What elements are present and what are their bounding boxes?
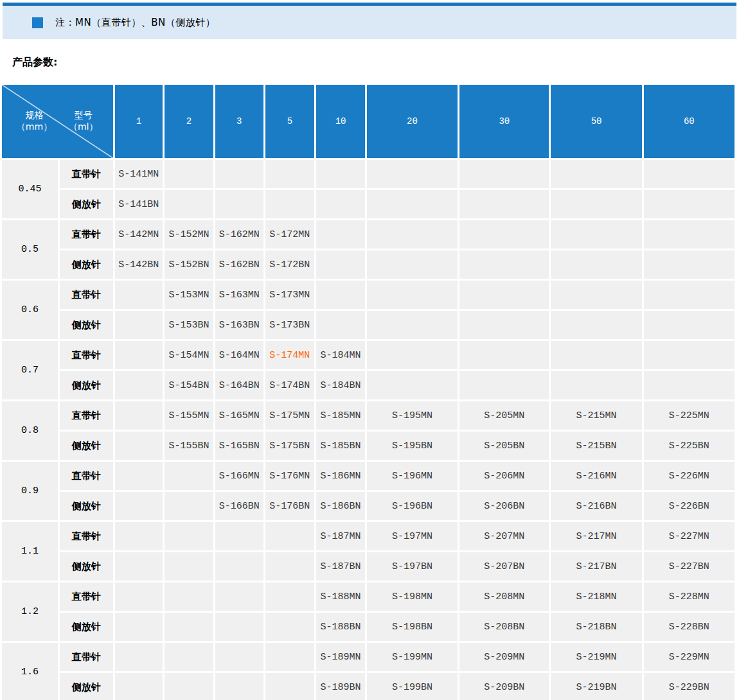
model-code-cell[interactable]: S-152MN (165, 220, 213, 249)
model-code-cell[interactable]: S-154BN (165, 371, 213, 399)
model-code-cell[interactable]: S-215BN (551, 432, 641, 460)
model-code-cell[interactable]: S-153BN (165, 311, 213, 339)
model-code-cell[interactable]: S-199MN (367, 643, 458, 671)
model-code-cell[interactable]: S-225BN (644, 432, 735, 460)
capacity-header-cell: 20 (367, 85, 458, 158)
model-code-cell[interactable]: S-216MN (551, 462, 641, 490)
model-code-cell[interactable]: S-188MN (316, 582, 365, 611)
empty-model-cell (115, 432, 163, 460)
table-row: 侧放针S-142BNS-152BNS-162BNS-172BN (2, 250, 735, 279)
model-code-cell[interactable]: S-199BN (367, 673, 458, 700)
model-code-cell[interactable]: S-196MN (367, 462, 458, 490)
model-code-cell[interactable]: S-189BN (316, 673, 365, 700)
model-code-cell[interactable]: S-218BN (551, 613, 641, 641)
model-code-cell[interactable]: S-198MN (367, 582, 458, 611)
model-code-cell[interactable]: S-162MN (215, 220, 263, 249)
model-code-cell[interactable]: S-228BN (644, 613, 735, 641)
model-code-cell[interactable]: S-185BN (316, 432, 365, 460)
model-code-cell[interactable]: S-141MN (115, 160, 163, 188)
model-code-cell[interactable]: S-172BN (265, 250, 315, 279)
model-code-cell[interactable]: S-226BN (644, 492, 735, 520)
model-code-cell[interactable]: S-184BN (316, 371, 365, 399)
model-code-cell[interactable]: S-195MN (367, 401, 458, 430)
needle-type-cell: 直带针 (60, 220, 113, 249)
model-code-cell[interactable]: S-227BN (644, 552, 735, 581)
model-code-cell[interactable]: S-187MN (316, 522, 365, 550)
model-code-cell[interactable]: S-165BN (215, 432, 263, 460)
model-code-cell[interactable]: S-216BN (551, 492, 641, 520)
model-code-cell[interactable]: S-209BN (459, 673, 549, 700)
model-code-cell[interactable]: S-226MN (644, 462, 735, 490)
model-code-cell[interactable]: S-219MN (551, 643, 641, 671)
model-code-cell[interactable]: S-166MN (215, 462, 263, 490)
model-code-cell[interactable]: S-229BN (644, 673, 735, 700)
empty-model-cell (115, 371, 163, 399)
model-code-cell[interactable]: S-227MN (644, 522, 735, 550)
needle-type-cell: 侧放针 (60, 552, 113, 581)
empty-model-cell (115, 401, 163, 430)
model-code-cell[interactable]: S-186BN (316, 492, 365, 520)
model-code-cell[interactable]: S-217MN (551, 522, 641, 550)
model-code-cell[interactable]: S-142BN (115, 250, 163, 279)
model-code-cell[interactable]: S-162BN (215, 250, 263, 279)
table-header-row: 规格（mm） 型号（ml） 1 2 3 5 10 20 30 50 60 (2, 85, 735, 158)
model-code-cell[interactable]: S-155BN (165, 432, 213, 460)
model-code-cell[interactable]: S-189MN (316, 643, 365, 671)
model-code-cell[interactable]: S-225MN (644, 401, 735, 430)
model-code-cell[interactable]: S-173MN (265, 281, 315, 309)
model-code-cell[interactable]: S-206BN (459, 492, 549, 520)
model-code-cell[interactable]: S-208BN (459, 613, 549, 641)
model-code-cell[interactable]: S-155MN (165, 401, 213, 430)
model-code-cell[interactable]: S-195BN (367, 432, 458, 460)
empty-model-cell (644, 160, 735, 188)
model-code-cell[interactable]: S-163BN (215, 311, 263, 339)
model-code-cell[interactable]: S-175MN (265, 401, 315, 430)
model-code-cell[interactable]: S-196BN (367, 492, 458, 520)
model-code-cell[interactable]: S-215MN (551, 401, 641, 430)
spec-cell: 1.6 (2, 643, 58, 700)
model-code-cell[interactable]: S-217BN (551, 552, 641, 581)
model-code-cell[interactable]: S-184MN (316, 341, 365, 369)
model-code-cell[interactable]: S-208MN (459, 582, 549, 611)
model-code-cell[interactable]: S-197BN (367, 552, 458, 581)
model-code-cell[interactable]: S-197MN (367, 522, 458, 550)
model-code-cell[interactable]: S-165MN (215, 401, 263, 430)
model-code-cell[interactable]: S-229MN (644, 643, 735, 671)
needle-type-cell: 侧放针 (60, 190, 113, 218)
model-code-cell[interactable]: S-154MN (165, 341, 213, 369)
model-code-cell[interactable]: S-164MN (215, 341, 263, 369)
model-code-cell[interactable]: S-207BN (459, 552, 549, 581)
model-code-cell[interactable]: S-186MN (316, 462, 365, 490)
model-code-cell[interactable]: S-172MN (265, 220, 315, 249)
empty-model-cell (551, 220, 641, 249)
model-code-cell[interactable]: S-205MN (459, 401, 549, 430)
model-code-cell[interactable]: S-166BN (215, 492, 263, 520)
empty-model-cell (644, 220, 735, 249)
model-code-cell[interactable]: S-152BN (165, 250, 213, 279)
model-code-cell[interactable]: S-142MN (115, 220, 163, 249)
model-code-cell[interactable]: S-174BN (265, 371, 315, 399)
model-code-cell[interactable]: S-207MN (459, 522, 549, 550)
model-code-cell[interactable]: S-205BN (459, 432, 549, 460)
model-code-cell[interactable]: S-185MN (316, 401, 365, 430)
model-code-cell[interactable]: S-198BN (367, 613, 458, 641)
model-code-cell[interactable]: S-176BN (265, 492, 315, 520)
model-code-cell[interactable]: S-228MN (644, 582, 735, 611)
model-code-cell[interactable]: S-141BN (115, 190, 163, 218)
model-code-cell[interactable]: S-219BN (551, 673, 641, 700)
needle-type-cell: 直带针 (60, 341, 113, 369)
model-code-cell[interactable]: S-188BN (316, 613, 365, 641)
model-code-cell[interactable]: S-187BN (316, 552, 365, 581)
model-code-cell[interactable]: S-218MN (551, 582, 641, 611)
model-unit-label: 型号（ml） (60, 110, 107, 133)
model-code-cell[interactable]: S-174MN (265, 341, 315, 369)
empty-model-cell (459, 341, 549, 369)
model-code-cell[interactable]: S-173BN (265, 311, 315, 339)
model-code-cell[interactable]: S-153MN (165, 281, 213, 309)
model-code-cell[interactable]: S-176MN (265, 462, 315, 490)
model-code-cell[interactable]: S-209MN (459, 643, 549, 671)
model-code-cell[interactable]: S-175BN (265, 432, 315, 460)
model-code-cell[interactable]: S-164BN (215, 371, 263, 399)
model-code-cell[interactable]: S-163MN (215, 281, 263, 309)
model-code-cell[interactable]: S-206MN (459, 462, 549, 490)
